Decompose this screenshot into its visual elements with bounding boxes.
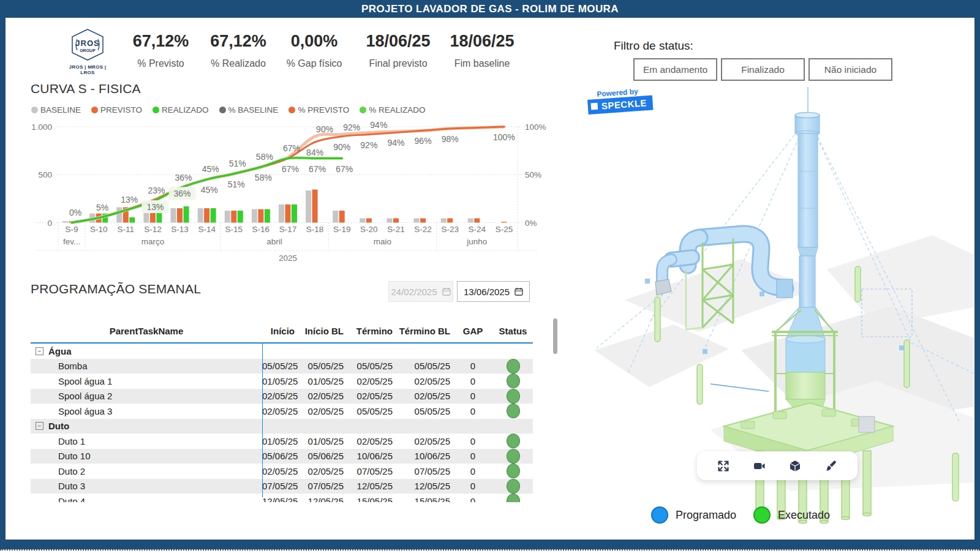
x-tick-month: fev... — [63, 237, 80, 246]
col-inicio-bl[interactable]: Início BL — [297, 326, 346, 336]
gap-cell: 0 — [453, 466, 493, 476]
page-edge-dotted — [0, 549, 980, 553]
date-from-value[interactable]: 24/02/2025 — [391, 287, 437, 297]
pct-label-previsto: 90% — [333, 142, 350, 152]
pct-label-realizado: 67% — [282, 164, 299, 174]
col-termino-bl[interactable]: Término BL — [395, 326, 453, 336]
kpi-final-previsto: 18/06/25 Final previsto — [365, 32, 431, 69]
legend-item-realizado[interactable]: REALIZADO — [153, 105, 209, 115]
filter-nao-iniciado-button[interactable]: Não iniciado — [809, 58, 892, 81]
pct-label-previsto: 58% — [256, 152, 273, 162]
bar-realizado — [265, 209, 270, 223]
programado-dot — [651, 506, 668, 524]
pct-label-previsto: 100% — [493, 132, 515, 142]
table-row[interactable]: Spool água 101/05/2501/05/2502/05/2502/0… — [31, 374, 533, 389]
col-status[interactable]: Status — [493, 326, 533, 336]
date-to-value[interactable]: 13/06/2025 — [464, 287, 510, 297]
x-tick-week: S-18 — [306, 225, 324, 234]
pct-label-previsto: 0% — [69, 208, 81, 217]
status-badge — [507, 494, 520, 502]
table-row[interactable]: Spool água 302/05/2502/05/2505/05/2505/0… — [31, 404, 533, 419]
inicio-cell: 05/06/25 — [262, 451, 297, 461]
table-row[interactable]: Duto 1005/06/2505/06/2510/06/2510/06/250 — [31, 449, 533, 464]
gap-cell: 0 — [453, 481, 493, 491]
collapse-icon[interactable]: − — [36, 422, 43, 430]
bar-baseline — [198, 208, 203, 222]
pct-label-previsto: 36% — [175, 173, 192, 182]
kpi-fim-baseline: 18/06/25 Fim baseline — [449, 32, 515, 69]
table-header: ParentTaskName Início Início BL Término … — [31, 319, 533, 344]
status-cell — [493, 494, 533, 502]
task-name-cell: Spool água 2 — [31, 391, 262, 401]
task-name-cell: Duto 3 — [31, 481, 262, 491]
kpi-final-previsto-value: 18/06/25 — [365, 32, 431, 51]
bar-realizado — [129, 217, 135, 223]
scrubber-stack — [775, 113, 834, 340]
table-row[interactable]: Duto 101/05/2501/05/2502/05/2502/05/250 — [31, 434, 533, 449]
bar-realizado — [292, 205, 297, 223]
collapse-icon[interactable]: − — [36, 347, 43, 355]
legend-dot — [31, 107, 38, 113]
fullscreen-icon[interactable] — [715, 458, 731, 474]
calendar-icon[interactable] — [442, 287, 451, 296]
calendar-icon[interactable] — [514, 287, 523, 296]
table-row[interactable]: Duto 412/05/2512/05/2515/05/2515/05/250 — [31, 494, 533, 502]
pct-label-realizado: 13% — [146, 202, 164, 212]
bar-previsto — [177, 208, 183, 222]
task-name-cell: Spool água 1 — [31, 376, 262, 386]
table-row[interactable]: Duto 307/05/2507/05/2512/05/2512/05/250 — [31, 479, 533, 494]
inicio-cell: 05/05/25 — [262, 361, 297, 371]
speckle-badge[interactable]: Powered by SPECKLE — [587, 86, 654, 115]
legend-label: BASELINE — [40, 105, 81, 115]
table-row[interactable]: Spool água 202/05/2502/05/2502/05/2502/0… — [31, 389, 533, 404]
legend-item--realizado[interactable]: % REALIZADO — [360, 105, 425, 115]
termino-cell: 05/05/25 — [346, 361, 395, 371]
col-inicio[interactable]: Início — [262, 326, 297, 336]
inicio-bl-cell: 05/05/25 — [297, 361, 346, 371]
y-left-tick: 1.000 — [31, 122, 52, 132]
inicio-bl-cell: 01/05/25 — [297, 436, 346, 446]
termino-bl-cell: 15/05/25 — [395, 496, 453, 502]
bar-baseline — [360, 218, 365, 222]
s-curve-chart[interactable]: 1.0005000100%50%0%0%5%13%23%36%45%51%58%… — [24, 119, 551, 273]
speckle-cube-icon — [590, 103, 598, 110]
legend-item-previsto[interactable]: PREVISTO — [91, 105, 142, 115]
camera-icon[interactable] — [752, 458, 767, 474]
legend-item-baseline[interactable]: BASELINE — [31, 105, 81, 115]
x-tick-month: maio — [374, 237, 391, 246]
brush-icon[interactable] — [823, 458, 839, 474]
filter-finalizado-button[interactable]: Finalizado — [721, 58, 805, 81]
legend-label: % REALIZADO — [369, 105, 425, 115]
legend-item--baseline[interactable]: % BASELINE — [219, 105, 279, 115]
inicio-bl-cell: 12/05/25 — [297, 496, 346, 502]
termino-cell: 02/05/25 — [346, 376, 395, 386]
pct-label-baseline: 94% — [370, 120, 387, 130]
legend-label: PREVISTO — [100, 105, 142, 115]
pct-label-realizado: 58% — [255, 173, 272, 182]
table-group-row[interactable]: −Água — [31, 344, 533, 359]
bar-previsto — [231, 211, 236, 223]
bar-baseline — [279, 205, 284, 223]
legend-item--previsto[interactable]: % PREVISTO — [288, 105, 349, 115]
pct-label-previsto: 96% — [415, 136, 432, 146]
termino-cell: 12/05/25 — [346, 481, 395, 491]
filter-em-andamento-button[interactable]: Em andamento — [633, 58, 717, 81]
table-scrollbar-thumb[interactable] — [553, 318, 557, 354]
cube-icon[interactable] — [787, 458, 803, 474]
col-termino[interactable]: Término — [346, 326, 395, 336]
pct-label-realizado: 67% — [336, 164, 353, 174]
table-group-row[interactable]: −Duto — [31, 419, 533, 434]
executado-dot — [753, 506, 771, 524]
bar-previsto — [258, 209, 263, 223]
col-gap[interactable]: GAP — [453, 326, 493, 336]
date-from-slicer[interactable]: 24/02/2025 — [388, 281, 453, 302]
date-to-slicer[interactable]: 13/06/2025 — [457, 281, 530, 302]
table-row[interactable]: Duto 202/05/2502/05/2507/05/2507/05/250 — [31, 464, 533, 479]
kpi-previsto-value: 67,12% — [129, 32, 193, 51]
pct-label-previsto: 13% — [121, 195, 138, 205]
table-row[interactable]: Bomba05/05/2505/05/2505/05/2505/05/250 — [31, 359, 533, 374]
inicio-bl-cell: 02/05/25 — [297, 406, 346, 416]
col-parenttaskname[interactable]: ParentTaskName — [31, 326, 262, 336]
x-tick-week: S-17 — [279, 225, 297, 234]
bar-baseline — [171, 208, 176, 222]
